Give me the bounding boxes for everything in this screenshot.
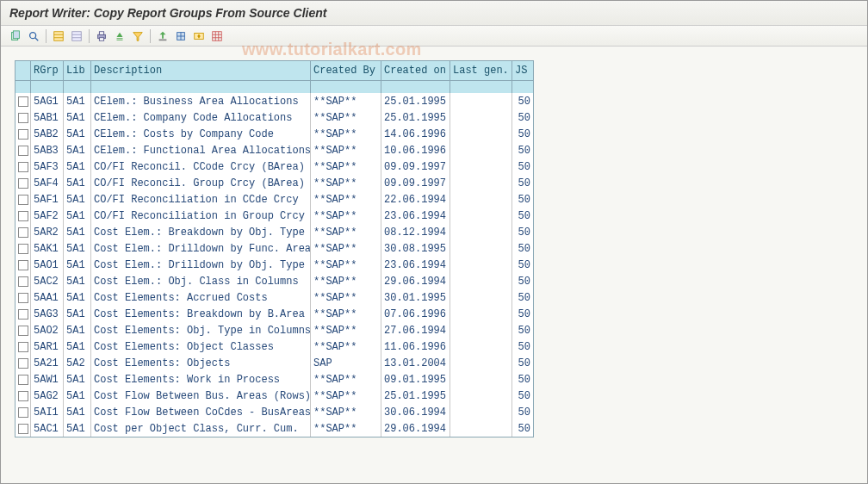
row-checkbox[interactable] [16, 338, 31, 355]
col-header-cby[interactable]: Created By [311, 61, 381, 80]
cell-cby: **SAP** [311, 191, 381, 208]
cell-con: 29.06.1994 [381, 420, 450, 437]
variant-icon[interactable] [191, 28, 207, 44]
cell-lib: 5A1 [64, 257, 91, 273]
filter-icon[interactable] [130, 28, 146, 44]
row-checkbox[interactable] [16, 257, 31, 273]
row-checkbox[interactable] [16, 208, 31, 224]
cell-con: 11.06.1996 [381, 338, 450, 355]
cell-js: 50 [512, 224, 533, 240]
table-row: 5AF25A1CO/FI Reconciliation in Group Crc… [16, 208, 533, 224]
table-header-row: RGrpLibDescriptionCreated ByCreated onLa… [16, 61, 533, 81]
cell-con: 30.08.1995 [381, 240, 450, 257]
layout-icon[interactable] [209, 28, 225, 44]
table-row: 5AW15A1Cost Elements: Work in Process**S… [16, 371, 533, 388]
row-checkbox[interactable] [16, 355, 31, 371]
cell-desc: Cost Flow Between Bus. Areas (Rows) [91, 388, 311, 404]
cell-cby: **SAP** [311, 93, 381, 109]
cell-lgen [450, 224, 512, 240]
row-checkbox[interactable] [16, 289, 31, 306]
row-checkbox[interactable] [16, 224, 31, 240]
row-checkbox[interactable] [16, 306, 31, 322]
row-checkbox[interactable] [16, 388, 31, 404]
cell-desc: CO/FI Reconcil. Group Crcy (BArea) [91, 175, 311, 191]
cell-desc: Cost Elem.: Drilldown by Obj. Type [91, 257, 311, 273]
deselect-icon[interactable] [69, 28, 84, 44]
cell-rgrp: 5A21 [31, 355, 64, 371]
svg-rect-4 [54, 31, 64, 40]
cell-lgen [450, 306, 512, 322]
toolbar-separator [89, 29, 90, 43]
cell-js: 50 [512, 355, 533, 371]
cell-js: 50 [512, 175, 533, 191]
cell-js: 50 [512, 158, 533, 175]
row-checkbox[interactable] [16, 420, 31, 437]
row-checkbox[interactable] [16, 191, 31, 208]
cell-cby: **SAP** [311, 273, 381, 289]
cell-js: 50 [512, 240, 533, 257]
table-row: 5AG15A1CElem.: Business Area Allocations… [16, 93, 533, 109]
col-header-lib[interactable]: Lib [64, 61, 91, 80]
row-checkbox[interactable] [16, 158, 31, 175]
cell-rgrp: 5AO1 [31, 257, 64, 273]
cell-desc: Cost Elem.: Breakdown by Obj. Type [91, 224, 311, 240]
cell-rgrp: 5AG3 [31, 306, 64, 322]
display-icon[interactable] [26, 28, 41, 44]
cell-con: 14.06.1996 [381, 126, 450, 142]
cell-desc: Cost Elements: Obj. Type in Columns [91, 322, 311, 338]
export-icon[interactable] [155, 28, 170, 44]
cell-cby: **SAP** [311, 175, 381, 191]
row-checkbox[interactable] [16, 404, 31, 420]
cell-lib: 5A1 [64, 306, 91, 322]
row-checkbox[interactable] [16, 240, 31, 257]
row-checkbox[interactable] [16, 273, 31, 289]
cell-cby: **SAP** [311, 404, 381, 420]
sort-asc-icon[interactable] [112, 28, 127, 44]
cell-lgen [450, 289, 512, 306]
cell-rgrp: 5AC1 [31, 420, 64, 437]
cell-cby: **SAP** [311, 109, 381, 126]
cell-cby: **SAP** [311, 126, 381, 142]
table-row: 5AO25A1Cost Elements: Obj. Type in Colum… [16, 322, 533, 338]
cell-js: 50 [512, 109, 533, 126]
cell-lib: 5A2 [64, 355, 91, 371]
copy-icon[interactable] [8, 28, 23, 44]
cell-rgrp: 5AR2 [31, 224, 64, 240]
row-checkbox[interactable] [16, 142, 31, 158]
col-header-rgrp[interactable]: RGrp [31, 61, 64, 80]
cell-con: 29.06.1994 [381, 273, 450, 289]
cell-js: 50 [512, 404, 533, 420]
svg-rect-23 [213, 31, 222, 40]
svg-point-2 [30, 32, 36, 38]
settings-icon[interactable] [173, 28, 189, 44]
content-area: RGrpLibDescriptionCreated ByCreated onLa… [1, 47, 867, 484]
cell-lib: 5A1 [64, 109, 91, 126]
cell-con: 10.06.1996 [381, 142, 450, 158]
cell-lib: 5A1 [64, 388, 91, 404]
col-header-desc[interactable]: Description [91, 61, 311, 80]
cell-desc: Cost Elements: Objects [91, 355, 311, 371]
cell-desc: Cost Flow Between CoCdes - BusAreas [91, 404, 311, 420]
cell-lib: 5A1 [64, 191, 91, 208]
cell-lib: 5A1 [64, 224, 91, 240]
col-header-lgen[interactable]: Last gen. [450, 61, 512, 80]
cell-lib: 5A1 [64, 273, 91, 289]
col-header-chk[interactable] [16, 61, 31, 80]
row-checkbox[interactable] [16, 371, 31, 388]
cell-js: 50 [512, 322, 533, 338]
spacer-row [16, 81, 533, 93]
col-header-con[interactable]: Created on [381, 61, 450, 80]
cell-cby: **SAP** [311, 224, 381, 240]
row-checkbox[interactable] [16, 126, 31, 142]
cell-js: 50 [512, 191, 533, 208]
row-checkbox[interactable] [16, 175, 31, 191]
select-all-icon[interactable] [51, 28, 66, 44]
row-checkbox[interactable] [16, 93, 31, 109]
col-header-js[interactable]: JS [512, 61, 533, 80]
cell-cby: **SAP** [311, 240, 381, 257]
cell-rgrp: 5AB3 [31, 142, 64, 158]
cell-js: 50 [512, 420, 533, 437]
print-icon[interactable] [94, 28, 109, 44]
row-checkbox[interactable] [16, 109, 31, 126]
row-checkbox[interactable] [16, 322, 31, 338]
